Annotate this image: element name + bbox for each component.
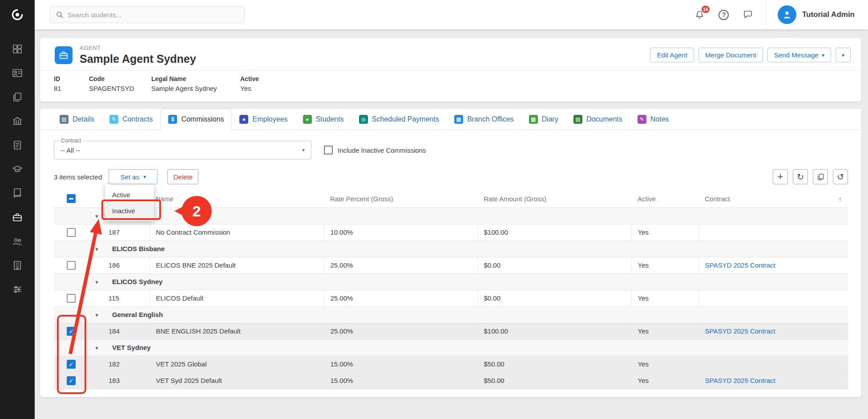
contract-link[interactable]: SPASYD 2025 Contract [705,327,775,335]
contract-link[interactable]: SPASYD 2025 Contract [705,377,775,384]
contract-select[interactable]: Contract -- All -- ▾ [54,141,311,159]
chat-icon [743,9,753,20]
tab-contracts[interactable]: ✎Contracts [102,109,160,130]
column-header-rate-amount[interactable]: Rate Amount (Gross) [477,190,631,207]
user-menu[interactable]: Tutorial Admin [766,0,868,29]
menu-item-active[interactable]: Active [105,187,154,203]
tab-label: Details [73,115,94,123]
row-checkbox[interactable] [67,376,76,385]
group-header-row: ▾ELICOS Bisbane [54,240,848,257]
sidebar-item-students[interactable] [12,164,23,175]
chat-button[interactable] [742,8,754,21]
tab-employees[interactable]: ●Employees [232,109,295,130]
column-header-name[interactable]: Name [149,190,324,207]
row-checkbox[interactable] [67,261,76,270]
column-header-rate-percent[interactable]: Rate Percent (Gross) [324,190,477,207]
table-toolbar: + ↻ ↺ [773,169,848,184]
cell-rate-amount: $0.00 [477,257,631,273]
column-header-contract[interactable]: Contract↑ [698,190,848,207]
contract-link[interactable]: SPASYD 2025 Contract [705,261,775,269]
commissions-table-wrap: Name Rate Percent (Gross) Rate Amount (G… [54,190,848,389]
entity-type-label: AGENT [80,45,196,51]
sort-asc-icon[interactable]: ↑ [839,195,842,203]
cell-rate-amount: $50.00 [477,372,631,389]
collapse-group-icon[interactable]: ▾ [95,279,98,285]
tab-label: Notes [650,115,669,123]
help-icon: ? [719,10,729,20]
refresh-button[interactable]: ↻ [793,169,808,184]
action-row: 3 items selected Set as▾ Delete + ↻ ↺ [40,159,861,184]
help-button[interactable]: ? [718,8,730,21]
send-message-button[interactable]: Send Message▾ [767,48,831,62]
search-box[interactable] [50,6,245,23]
campus-icon [12,116,23,126]
edit-agent-button[interactable]: Edit Agent [650,48,694,62]
row-checkbox[interactable] [67,294,76,303]
sidebar-item-invoices[interactable] [12,140,23,151]
cell-rate-percent: 15.00% [324,356,477,372]
set-as-button[interactable]: Set as▾ [109,169,157,184]
tab-notes[interactable]: ✎Notes [630,109,677,130]
topbar-right: 16 ? Tutorial Admin [694,0,868,29]
merge-document-button[interactable]: Merge Document [698,48,763,62]
more-actions-button[interactable]: ▾ [836,48,851,62]
include-inactive-checkbox[interactable]: Include Inactive Commissions [324,146,426,155]
sidebar-item-contacts[interactable] [12,236,23,247]
cell-rate-amount: $0.00 [477,290,631,306]
set-as-dropdown-menu: ActiveInactive [105,184,154,221]
row-checkbox[interactable] [67,327,76,336]
row-checkbox[interactable] [67,228,76,237]
notifications-button[interactable]: 16 [694,8,706,21]
sidebar-item-student-card[interactable] [12,68,23,78]
tab-documents[interactable]: ▤Documents [566,109,630,130]
app-logo-icon[interactable] [0,0,35,29]
column-header-active[interactable]: Active [631,190,698,207]
dashboard-icon [12,44,23,54]
collapse-group-icon[interactable]: ▾ [95,312,98,318]
select-all-checkbox[interactable] [67,194,76,203]
commission-row: 115ELICOS Default25.00%$0.00Yes [54,290,848,306]
sidebar-item-agents[interactable] [12,212,23,223]
cell-name: VET 2025 Global [149,356,324,372]
main-content: AGENT Sample Agent Sydney Edit Agent Mer… [35,29,868,419]
tab-label: Scheduled Payments [372,115,439,123]
sidebar-item-courses[interactable] [12,188,23,199]
tab-scheduled-payments[interactable]: ◎Scheduled Payments [351,109,447,130]
tab-students[interactable]: ●Students [295,109,351,130]
courses-icon [12,188,23,199]
add-commission-button[interactable]: + [773,169,788,184]
chevron-down-icon: ▾ [822,52,824,58]
tab-bar: ▤Details✎Contracts$Commissions●Employees… [40,109,861,130]
sidebar-item-settings[interactable] [12,284,23,295]
cell-active: Yes [631,290,698,306]
collapse-group-icon[interactable]: ▾ [95,345,98,351]
sidebar-item-documents[interactable] [12,92,23,102]
collapse-group-icon[interactable]: ▾ [95,246,98,252]
row-checkbox[interactable] [67,360,76,369]
sidebar-item-offices[interactable] [12,260,23,271]
tab-details[interactable]: ▤Details [52,109,102,130]
tab-label: Students [316,115,344,123]
notification-badge: 16 [701,5,711,14]
cell-contract: SPASYD 2025 Contract [698,372,848,389]
sidebar-item-dashboard[interactable] [12,44,23,54]
agent-field-id: ID 81 [54,75,89,92]
tab-diary[interactable]: ▦Diary [521,109,566,130]
menu-item-inactive[interactable]: Inactive [105,203,154,219]
delete-button[interactable]: Delete [167,169,198,184]
copy-button[interactable] [813,169,828,184]
sidebar-item-campus[interactable] [12,116,23,126]
cell-active: Yes [631,224,698,240]
cell-id: 184 [105,323,149,339]
cell-name: No Contract Commission [149,224,324,240]
history-button[interactable]: ↺ [833,169,848,184]
tab-commissions[interactable]: $Commissions [160,109,232,130]
search-input[interactable] [68,11,239,19]
collapse-group-icon[interactable]: ▾ [95,213,98,220]
group-label: General English [105,306,848,323]
tab-label: Documents [586,115,622,123]
tab-branch-offices[interactable]: ▦Branch Offices [447,109,521,130]
checkbox-unchecked-icon [324,146,333,155]
group-header-row: ▾VET Sydney [54,339,848,356]
cell-id: 187 [105,224,149,240]
